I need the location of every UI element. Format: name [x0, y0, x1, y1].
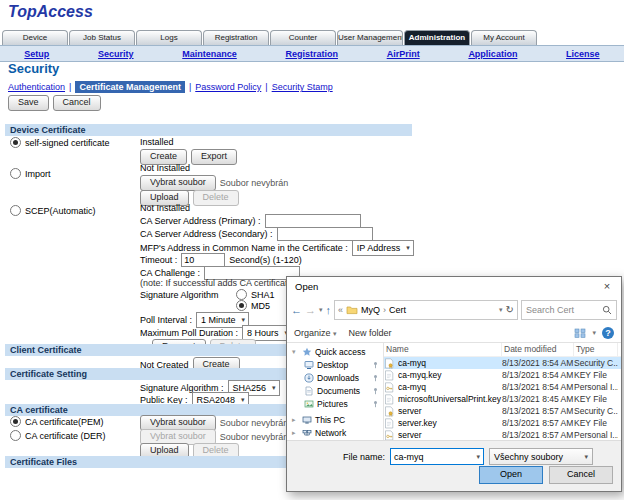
sidebar-item-desktop[interactable]: Desktop	[287, 358, 383, 371]
sha1-radio[interactable]	[236, 289, 247, 300]
choose-file-button[interactable]: Vybrat soubor	[140, 175, 216, 191]
dialog-titlebar: Open ×	[287, 277, 621, 297]
file-name: ca-myq	[398, 358, 502, 368]
view-mode-icon[interactable]	[574, 328, 586, 338]
chevron-down-icon[interactable]: ▾	[592, 329, 596, 337]
self-signed-label[interactable]: self-signed certificate	[25, 138, 110, 148]
chevron-left-double-icon[interactable]: «	[338, 305, 343, 315]
tab-logs[interactable]: Logs	[136, 30, 202, 45]
column-header-type[interactable]: Type	[574, 343, 618, 356]
subnav-security[interactable]: Security	[98, 49, 134, 59]
file-type: KEY File	[574, 418, 618, 428]
link-security-stamp[interactable]: Security Stamp	[272, 82, 333, 92]
cancel-button[interactable]: Cancel	[53, 95, 101, 111]
subnav-registration[interactable]: Registration	[285, 49, 338, 59]
tab-my-account[interactable]: My Account	[471, 30, 537, 45]
mfp-address-value: IP Address	[357, 243, 400, 253]
app-logo: TopAccess	[8, 3, 93, 21]
pin-icon	[372, 400, 379, 408]
ca-pem-label[interactable]: CA certificate(PEM)	[25, 417, 104, 427]
search-placeholder: Search Cert	[526, 305, 574, 315]
recent-locations-icon[interactable]: ▾	[319, 306, 323, 314]
link-certificate-management-active[interactable]: Certificate Management	[75, 81, 185, 93]
forward-icon[interactable]: →	[305, 305, 316, 316]
file-name-input[interactable]: ca-myq ▾	[390, 448, 484, 465]
quick-access-icon	[302, 347, 312, 357]
export-button[interactable]: Export	[191, 149, 237, 165]
certificate-file-icon	[384, 358, 398, 369]
ca-der-radio[interactable]	[10, 430, 21, 441]
file-date: 8/13/2021 8:45 AM	[502, 394, 574, 404]
scep-label[interactable]: SCEP(Automatic)	[25, 206, 96, 216]
file-row[interactable]: server 8/13/2021 8:57 AM Security C...	[384, 405, 621, 417]
search-box[interactable]: Search Cert	[521, 300, 617, 320]
help-icon[interactable]: ?	[602, 327, 614, 339]
file-row[interactable]: microsoftUniversalPrint.key 8/13/2021 8:…	[384, 393, 621, 405]
ca-secondary-input[interactable]	[277, 227, 373, 241]
import-label[interactable]: Import	[25, 169, 51, 179]
chevron-down-icon: ▾	[272, 384, 276, 392]
close-icon[interactable]: ×	[593, 277, 621, 296]
mfp-address-select[interactable]: IP Address ▾	[352, 240, 414, 256]
scep-status: Not Installed	[140, 203, 190, 213]
file-type-filter-select[interactable]: Všechny soubory ▾	[489, 448, 593, 465]
timeout-input[interactable]	[181, 253, 225, 267]
file-row[interactable]: ca-myq 8/13/2021 8:54 AM Personal I...	[384, 381, 621, 393]
ca-pem-radio[interactable]	[10, 416, 21, 427]
sidebar-item-quick-access[interactable]: ▾ Quick access	[287, 345, 383, 358]
ca-primary-input[interactable]	[265, 214, 361, 228]
tab-device[interactable]: Device	[2, 30, 68, 45]
sidebar-item-downloads[interactable]: Downloads	[287, 371, 383, 384]
pin-icon	[372, 387, 379, 395]
link-authentication[interactable]: Authentication	[8, 82, 65, 92]
sidebar-item-documents[interactable]: Documents	[287, 384, 383, 397]
address-bar[interactable]: « MyQ › Cert ▾ ↻	[334, 300, 518, 320]
tab-job-status[interactable]: Job Status	[69, 30, 135, 45]
column-header-date-modified[interactable]: Date modified	[502, 343, 574, 356]
chevron-down-icon: ▾	[333, 330, 337, 337]
new-folder-button[interactable]: New folder	[349, 328, 392, 338]
breadcrumb-cert[interactable]: Cert	[389, 305, 406, 315]
file-row[interactable]: ca-myq.key 8/13/2021 8:54 AM KEY File	[384, 369, 621, 381]
organize-button[interactable]: Organize ▾	[294, 328, 337, 338]
scep-radio[interactable]	[10, 205, 21, 216]
sidebar-item-network[interactable]: ▸ Network	[287, 426, 383, 439]
back-icon[interactable]: ←	[291, 305, 302, 316]
sidebar-item-pictures[interactable]: Pictures	[287, 397, 383, 410]
sidebar-item-this-pc[interactable]: ▸ This PC	[287, 413, 383, 426]
link-password-policy[interactable]: Password Policy	[195, 82, 261, 92]
file-row[interactable]: server.key 8/13/2021 8:57 AM KEY File	[384, 417, 621, 429]
self-signed-radio[interactable]	[10, 137, 21, 148]
chevron-down-icon: ▾	[477, 453, 481, 461]
address-dropdown-icon[interactable]: ▾	[499, 306, 503, 314]
subnav-application[interactable]: Application	[468, 49, 517, 59]
tab-counter[interactable]: Counter	[270, 30, 336, 45]
chevron-down-icon: ▾	[585, 453, 589, 461]
md5-radio[interactable]	[236, 300, 247, 311]
subnav-maintenance[interactable]: Maintenance	[182, 49, 237, 59]
column-header-name[interactable]: Name	[384, 343, 502, 356]
subnav-airprint[interactable]: AirPrint	[387, 49, 420, 59]
ca-der-label[interactable]: CA certificate (DER)	[25, 431, 106, 441]
dialog-cancel-button[interactable]: Cancel	[549, 466, 613, 484]
subnav-license[interactable]: License	[566, 49, 600, 59]
breadcrumb-myq[interactable]: MyQ	[361, 305, 380, 315]
file-row-selected[interactable]: ca-myq 8/13/2021 8:54 AM Security C...	[384, 357, 621, 369]
up-icon[interactable]: ↑	[326, 305, 332, 316]
subnav-setup[interactable]: Setup	[24, 49, 49, 59]
tab-administration[interactable]: Administration	[404, 30, 470, 45]
timeout-label: Timeout :	[140, 255, 177, 265]
expand-icon[interactable]: ▾	[292, 348, 299, 356]
open-button[interactable]: Open	[479, 466, 543, 484]
import-radio[interactable]	[10, 168, 21, 179]
save-button[interactable]: Save	[8, 95, 49, 111]
sha1-label[interactable]: SHA1	[251, 290, 275, 300]
timeout-row: Timeout : Second(s) (1-120)	[140, 253, 302, 267]
tab-registration[interactable]: Registration	[203, 30, 269, 45]
md5-label[interactable]: MD5	[251, 301, 270, 311]
refresh-icon[interactable]: ↻	[506, 305, 514, 315]
delete-button-disabled[interactable]: Delete	[193, 190, 239, 206]
collapse-icon[interactable]: ▸	[292, 429, 299, 437]
tab-user-management[interactable]: User Management	[337, 30, 403, 45]
collapse-icon[interactable]: ▸	[292, 416, 299, 424]
